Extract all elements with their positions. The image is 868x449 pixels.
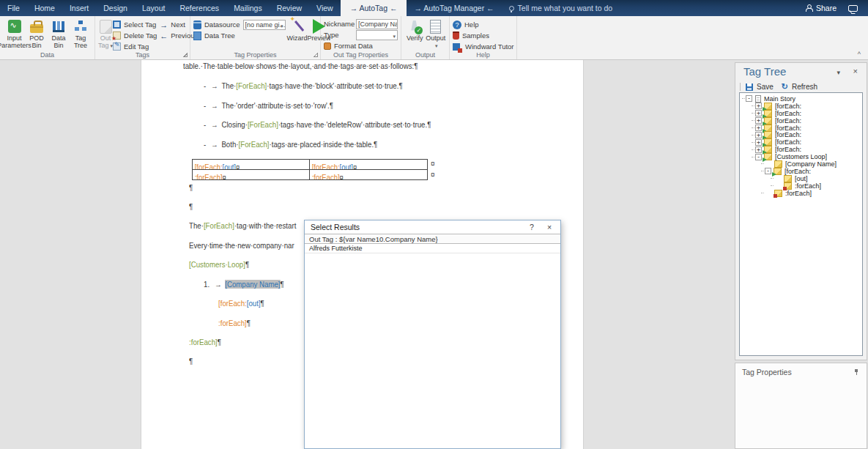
type-dropdown[interactable] bbox=[356, 30, 398, 40]
tree-node-label: :forEach] bbox=[795, 182, 821, 190]
tab-insert[interactable]: Insert bbox=[62, 0, 96, 16]
help-icon bbox=[453, 21, 461, 29]
nickname-input[interactable]: [Company Na bbox=[356, 19, 398, 29]
delete-tag-button[interactable]: Delete Tag bbox=[113, 30, 157, 41]
windward-tutor-button[interactable]: Windward Tutor bbox=[453, 41, 513, 52]
wizard-button[interactable]: Wizard bbox=[287, 18, 308, 42]
data-tree-button[interactable]: Data Tree bbox=[193, 30, 286, 41]
refresh-button[interactable]: Refresh bbox=[792, 83, 817, 91]
tree-node-foreach[interactable]: +[forEach: bbox=[740, 138, 862, 146]
doc-line: - →Closing·[ForEach]·tags·have·the·'dele… bbox=[204, 120, 431, 129]
tab-autotag-manager[interactable]: → AutoTag Manager ← bbox=[407, 0, 501, 16]
collapse-icon[interactable]: - bbox=[746, 95, 752, 102]
collapse-ribbon-button[interactable] bbox=[858, 51, 861, 58]
data-bin-button[interactable]: Data Bin bbox=[48, 18, 70, 50]
tags-dialog-launcher-icon[interactable] bbox=[183, 53, 188, 57]
input-parameters-button[interactable]: Input Parameters bbox=[3, 18, 26, 50]
dialog-result-row[interactable]: Alfreds Futterkiste bbox=[305, 244, 560, 253]
tag-properties-panel: Tag Properties bbox=[735, 363, 867, 449]
tag-properties-dialog-launcher-icon[interactable] bbox=[314, 53, 318, 57]
expand-icon[interactable]: + bbox=[755, 146, 762, 153]
pod-bin-button[interactable]: POD Bin bbox=[26, 18, 48, 50]
expand-icon[interactable]: + bbox=[755, 139, 762, 146]
data-bin-icon bbox=[53, 21, 64, 32]
edit-tag-label: Edit Tag bbox=[124, 42, 149, 51]
output-button[interactable]: Output bbox=[426, 18, 447, 50]
ribbon-group-tag-properties: Datasource [no name gi... Data Tree Wiza… bbox=[190, 16, 321, 59]
tab-mailings[interactable]: Mailings bbox=[226, 0, 270, 16]
tab-design[interactable]: Design bbox=[96, 0, 135, 16]
tab-references[interactable]: References bbox=[172, 0, 226, 16]
select-tag-label: Select Tag bbox=[124, 21, 156, 29]
type-label: Type bbox=[324, 31, 353, 39]
expand-icon[interactable]: + bbox=[755, 132, 762, 138]
panel-menu-caret-icon[interactable]: ▾ bbox=[837, 69, 840, 76]
windward-tutor-label: Windward Tutor bbox=[465, 42, 514, 51]
tab-autotag[interactable]: → AutoTag ← bbox=[341, 0, 407, 16]
verify-button[interactable]: Verify bbox=[404, 18, 426, 50]
expand-icon[interactable]: + bbox=[755, 117, 762, 124]
doc-table: [forEach:[out]¤[forEach:[out]¤:forEach]¤… bbox=[192, 159, 428, 180]
datasource-label: Datasource bbox=[204, 21, 240, 29]
tab-view[interactable]: View bbox=[309, 0, 341, 16]
tree-node-customers-loop[interactable]: -[Customers Loop] bbox=[740, 153, 862, 160]
doc-line: :forEach]¶ bbox=[218, 319, 251, 327]
out-tag-icon bbox=[100, 20, 112, 34]
table-cell[interactable]: [forEach:[out]¤ bbox=[310, 160, 427, 169]
ribbon-group-help: HelpSamplesWindward Tutor Help bbox=[450, 16, 517, 59]
pin-icon[interactable] bbox=[853, 368, 859, 376]
refresh-icon bbox=[782, 82, 788, 92]
tree-node-foreach[interactable]: -[forEach: bbox=[740, 168, 862, 175]
doc-icon bbox=[755, 95, 761, 103]
tab-home[interactable]: Home bbox=[27, 0, 62, 16]
help-button[interactable]: Help bbox=[453, 19, 513, 30]
nickname-label: Nickname bbox=[324, 20, 353, 28]
out-tag-button[interactable]: Out Tag bbox=[98, 18, 113, 52]
expand-icon[interactable]: + bbox=[755, 125, 762, 131]
tag-properties-title: Tag Properties bbox=[742, 368, 792, 376]
collapse-icon[interactable]: - bbox=[755, 154, 762, 160]
dialog-help-button[interactable]: ? bbox=[527, 223, 537, 231]
tree-node-label: [forEach: bbox=[775, 131, 801, 138]
save-button[interactable]: Save bbox=[757, 83, 774, 91]
edit-tag-button[interactable]: Edit Tag bbox=[113, 41, 157, 52]
expand-icon[interactable]: + bbox=[755, 103, 762, 109]
tab-review[interactable]: Review bbox=[270, 0, 309, 16]
tree-node-label: :forEach] bbox=[785, 190, 812, 197]
data-bin-label: Data Bin bbox=[48, 35, 70, 50]
select-results-dialog: Select Results ? × Out Tag : ${var Name1… bbox=[304, 220, 561, 449]
tree-node-foreach[interactable]: +[forEach: bbox=[740, 131, 862, 138]
table-cell[interactable]: [forEach:[out]¤ bbox=[193, 160, 310, 169]
dialog-column-header: Out Tag : ${var Name10.Company Name} bbox=[305, 234, 560, 244]
tree-node-foreach[interactable]: :forEach] bbox=[740, 182, 862, 190]
format-data-button[interactable]: Format Data bbox=[324, 40, 398, 51]
expand-icon[interactable]: + bbox=[755, 110, 762, 116]
tag-tree-button[interactable]: Tag Tree bbox=[70, 18, 92, 50]
dialog-close-icon[interactable]: × bbox=[544, 223, 554, 231]
table-cell[interactable]: :forEach]¤ bbox=[193, 170, 310, 179]
tab-file[interactable]: File bbox=[0, 0, 27, 16]
tellme-box[interactable]: Tell me what you want to do bbox=[509, 0, 613, 16]
share-label: Share bbox=[816, 4, 837, 12]
tree-node-foreach[interactable]: +[forEach: bbox=[740, 125, 862, 132]
share-button[interactable]: Share bbox=[805, 4, 837, 12]
output-icon bbox=[430, 20, 441, 34]
tag-open-icon bbox=[764, 138, 772, 146]
row-end-marker: ¤ bbox=[431, 171, 435, 179]
ribbon-tabs: FileHomeInsertDesignLayoutReferencesMail… bbox=[0, 0, 502, 16]
samples-button[interactable]: Samples bbox=[453, 30, 513, 41]
tree-node-company-name[interactable]: [Company Name] bbox=[740, 160, 862, 168]
comments-icon[interactable] bbox=[848, 5, 858, 12]
tree-node-foreach[interactable]: :forEach] bbox=[740, 190, 862, 197]
datasource-dropdown[interactable]: [no name gi... bbox=[243, 20, 286, 30]
doc-line: - →The·[ForEach]·tags·have·the·'block'·a… bbox=[204, 81, 403, 90]
table-cell[interactable]: :forEach]¤ bbox=[310, 170, 427, 179]
panel-close-icon[interactable]: × bbox=[853, 67, 858, 75]
tree-node-foreach[interactable]: +[forEach: bbox=[740, 146, 862, 153]
tree-node-main-story[interactable]: -Main Story bbox=[740, 95, 862, 103]
tag-open-icon bbox=[764, 103, 772, 110]
select-tag-button[interactable]: Select Tag bbox=[113, 19, 157, 30]
collapse-icon[interactable]: - bbox=[765, 168, 771, 174]
tree-node-out[interactable]: [out] bbox=[740, 175, 862, 182]
tab-layout[interactable]: Layout bbox=[135, 0, 173, 16]
